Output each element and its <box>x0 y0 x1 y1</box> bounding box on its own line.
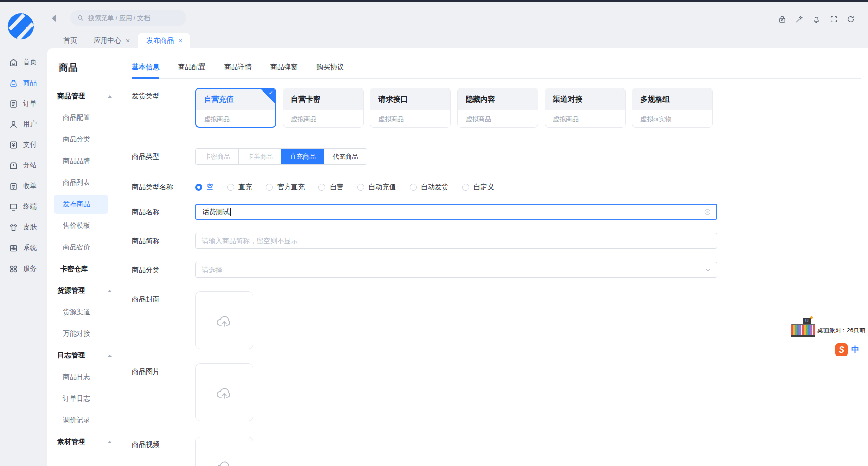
form-tab[interactable]: 基本信息 <box>132 63 159 78</box>
primary-nav-item[interactable]: 首页 <box>0 52 47 73</box>
primary-sidebar: 首页 商品 订单 用户 支付 分站 <box>0 2 47 466</box>
ime-toolbar[interactable]: S 中 <box>834 342 864 357</box>
primary-nav-item[interactable]: 终端 <box>0 196 47 217</box>
card-title: 隐藏内容 <box>466 95 495 104</box>
radio-option[interactable]: 直充 <box>227 183 252 192</box>
primary-nav-label: 商品 <box>23 79 37 87</box>
product-type-option[interactable]: 直充商品 <box>281 149 324 164</box>
window-tab[interactable]: 应用中心 × <box>85 33 138 48</box>
close-tab-icon[interactable]: × <box>126 37 130 44</box>
text-cursor <box>230 208 231 216</box>
sidebar-menu-item[interactable]: 调价记录 <box>47 411 125 430</box>
sogou-icon[interactable]: S <box>835 343 848 356</box>
category-select[interactable]: 请选择 <box>195 262 717 278</box>
window-tab[interactable]: 发布商品 × <box>138 33 190 48</box>
sidebar-menu-label: 素材管理 <box>57 438 85 446</box>
delivery-type-card[interactable]: ✓ 自营卡密 虚拟商品 <box>283 88 364 128</box>
primary-nav: 首页 商品 订单 用户 支付 分站 <box>0 52 47 279</box>
product-type-option[interactable]: 卡密商品 <box>196 149 238 164</box>
radio-label: 空 <box>207 183 213 192</box>
primary-nav-item[interactable]: 收单 <box>0 176 47 196</box>
radio-label: 自动充值 <box>368 183 396 192</box>
lock-icon[interactable] <box>778 15 787 24</box>
close-tab-icon[interactable]: × <box>178 37 182 44</box>
delivery-type-card[interactable]: ✓ 隐藏内容 虚拟商品 <box>457 88 538 128</box>
radio-option[interactable]: 自动发货 <box>410 183 448 192</box>
form-tab[interactable]: 商品详情 <box>224 63 252 78</box>
window-tab[interactable]: 首页 × <box>55 33 85 48</box>
sidebar-menu-item[interactable]: 商品列表 <box>47 173 125 192</box>
product-type-option[interactable]: 代充商品 <box>324 149 367 164</box>
sidebar-menu-item[interactable]: 素材管理 <box>47 433 125 451</box>
primary-nav-item[interactable]: 分站 <box>0 155 47 176</box>
cover-upload-tile[interactable] <box>195 291 253 349</box>
primary-nav-item[interactable]: 商品 <box>0 73 47 93</box>
delivery-type-card[interactable]: ✓ 请求接口 虚拟商品 <box>370 88 451 128</box>
sidebar-menu-label: 发布商品 <box>63 200 90 209</box>
primary-nav-item[interactable]: 支付 <box>0 135 47 155</box>
card-subtitle: 虚拟商品 <box>458 110 538 124</box>
global-search-input[interactable]: 搜索菜单 / 应用 / 文档 <box>70 10 186 26</box>
form-tab[interactable]: 商品弹窗 <box>270 63 298 78</box>
primary-nav-item[interactable]: 订单 <box>0 93 47 114</box>
delivery-type-card[interactable]: ✓ 多规格组 虚拟or实物 <box>632 88 713 128</box>
sidebar-menu-item[interactable]: 商品日志 <box>47 368 125 386</box>
form-tab[interactable]: 商品配置 <box>178 63 206 78</box>
primary-nav-item[interactable]: 系统 <box>0 238 47 258</box>
sidebar-menu-item[interactable]: 卡密仓库 <box>47 260 125 278</box>
ime-mode-indicator[interactable]: 中 <box>851 345 859 355</box>
sidebar-menu-item[interactable]: 发布商品 <box>54 195 108 214</box>
window-tab-label: 首页 <box>63 36 77 45</box>
product-name-input[interactable]: 话费测试 <box>195 204 717 220</box>
refresh-icon[interactable] <box>846 15 855 24</box>
sidebar-menu-item[interactable]: 商品分类 <box>47 130 125 149</box>
sidebar-menu-item[interactable]: 商品管理 <box>47 87 125 106</box>
sidebar-menu-item[interactable]: 商品配置 <box>47 109 125 127</box>
sidebar-menu-item[interactable]: 货源渠道 <box>47 303 125 322</box>
primary-nav-item[interactable]: 服务 <box>0 258 47 279</box>
service-icon <box>9 264 18 274</box>
delivery-type-card[interactable]: ✓ 渠道对接 虚拟商品 <box>545 88 626 128</box>
collapse-sidebar-button[interactable] <box>52 15 56 22</box>
clear-input-icon[interactable] <box>704 208 711 216</box>
radio-option[interactable]: 自定义 <box>462 183 494 192</box>
primary-nav-item[interactable]: 用户 <box>0 114 47 135</box>
product-type-segmented: 卡密商品 卡券商品 直充商品 代充商品 <box>195 148 367 165</box>
sidebar-menu-label: 日志管理 <box>57 351 85 360</box>
radio-option[interactable]: 官方直充 <box>266 183 305 192</box>
sidebar-menu-label: 商品品牌 <box>63 157 90 165</box>
receipt-icon <box>9 182 18 191</box>
radio-option[interactable]: 自动充值 <box>357 183 396 192</box>
radio-label: 自营 <box>330 183 343 192</box>
sidebar-menu-item[interactable]: 售价模板 <box>47 217 125 235</box>
sidebar-menu-item[interactable]: 商品密价 <box>47 238 125 257</box>
images-upload-tile[interactable] <box>195 363 253 421</box>
radio-option[interactable]: 空 <box>195 183 213 192</box>
fullscreen-icon[interactable] <box>829 15 838 24</box>
desktop-party-widget[interactable]: U 桌面派对：26只萌 <box>790 318 868 340</box>
sidebar-menu-item[interactable]: 日志管理 <box>47 346 125 365</box>
primary-nav-label: 服务 <box>23 264 37 273</box>
product-type-option[interactable]: 卡券商品 <box>238 149 281 164</box>
form-tabs: 基本信息 商品配置 商品详情 商品弹窗 购买协议 <box>132 63 861 79</box>
short-name-input[interactable]: 请输入商品简称，留空则不显示 <box>195 233 717 249</box>
window-tab-label: 应用中心 <box>94 36 121 45</box>
form-tab-label: 商品配置 <box>178 63 206 71</box>
sidebar-menu-item[interactable]: 商品品牌 <box>47 152 125 170</box>
sidebar-menu-label: 订单日志 <box>63 394 90 403</box>
sidebar-menu-item[interactable]: 订单日志 <box>47 389 125 408</box>
primary-nav-item[interactable]: 皮肤 <box>0 217 47 238</box>
sidebar-menu-item[interactable]: 万能对接 <box>47 325 125 343</box>
form-tab[interactable]: 购买协议 <box>316 63 344 78</box>
app-logo[interactable] <box>6 13 35 41</box>
bell-icon[interactable] <box>812 15 821 24</box>
video-upload-tile[interactable] <box>195 437 253 466</box>
widget-caption: 桌面派对：26只萌 <box>817 327 868 335</box>
magic-wand-icon[interactable] <box>795 15 804 24</box>
field-label: 商品简称 <box>132 237 195 246</box>
type-name-radios: 空 直充 官方直充 自营 <box>195 183 494 192</box>
sidebar-menu-item[interactable]: 货源管理 <box>47 281 125 300</box>
delivery-type-card[interactable]: ✓ 自营充值 虚拟商品 <box>195 88 276 128</box>
radio-option[interactable]: 自营 <box>318 183 343 192</box>
widget-pixel-image[interactable] <box>791 324 815 337</box>
